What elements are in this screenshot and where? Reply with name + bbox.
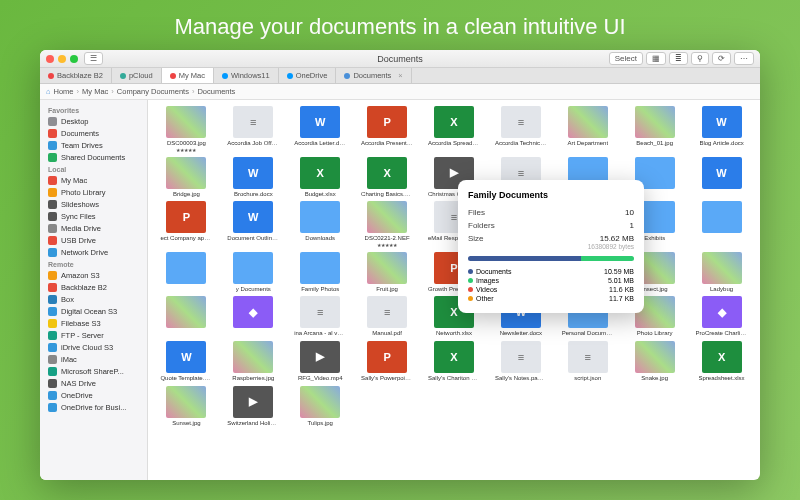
file-item[interactable]: Fruit.jpg	[357, 252, 418, 293]
file-thumbnail-icon: W	[702, 157, 742, 189]
sidebar-item-ftp-server[interactable]: FTP - Server	[40, 329, 147, 341]
home-icon[interactable]: ⌂	[46, 87, 51, 96]
file-item[interactable]: ≡script.json	[557, 341, 618, 382]
file-item[interactable]: Art Department	[557, 106, 618, 153]
file-item[interactable]: PAccordia Presentation.pptx	[357, 106, 418, 153]
file-thumbnail-icon	[166, 386, 206, 418]
view-grid-button[interactable]: ▦	[646, 52, 666, 65]
file-item[interactable]	[156, 296, 217, 337]
file-item[interactable]: Downloads	[290, 201, 351, 248]
file-item[interactable]: ▶RFG_Video.mp4	[290, 341, 351, 382]
file-item[interactable]: ≡ina Arcana - al v2.0.pdf	[290, 296, 351, 337]
view-list-button[interactable]: ≣	[669, 52, 688, 65]
file-item[interactable]: ≡Sally's Notes.pages	[490, 341, 551, 382]
chevron-right-icon: ›	[111, 87, 114, 96]
sidebar-item-shared-documents[interactable]: Shared Documents	[40, 151, 147, 163]
file-item[interactable]: WBrochure.docx	[223, 157, 284, 198]
breadcrumb: ⌂Home›My Mac›Company Documents›Documents	[40, 84, 760, 100]
sidebar-item-sync-files[interactable]: Sync Files	[40, 210, 147, 222]
file-item[interactable]: y Documents	[223, 252, 284, 293]
file-item[interactable]: Snake.jpg	[624, 341, 685, 382]
breadcrumb-item[interactable]: My Mac	[82, 87, 108, 96]
file-item[interactable]: XSpreadsheet.xlsx	[691, 341, 752, 382]
sidebar-toggle-button[interactable]: ☰	[84, 52, 103, 65]
file-item[interactable]: ◆	[223, 296, 284, 337]
tab-my-mac[interactable]: My Mac	[162, 68, 214, 83]
sidebar-item-usb-drive[interactable]: USB Drive	[40, 234, 147, 246]
file-item[interactable]: XAccordia Spreadsheet.xlsx	[424, 106, 485, 153]
sidebar-item-photo-library[interactable]: Photo Library	[40, 186, 147, 198]
tab-close-icon[interactable]: ×	[398, 71, 402, 80]
file-item[interactable]: WQuote Template.docx	[156, 341, 217, 382]
sidebar-item-icon	[48, 391, 57, 400]
file-item[interactable]: Raspberries.jpg	[223, 341, 284, 382]
breadcrumb-item[interactable]: Company Documents	[117, 87, 189, 96]
sidebar-item-icon	[48, 307, 57, 316]
file-item[interactable]: XSally's Chariton Business Plan	[424, 341, 485, 382]
file-item[interactable]: ≡Accordia Technical Manual.rtf	[490, 106, 551, 153]
file-item[interactable]: ▶Switzerland Holiday 2019.mov	[223, 386, 284, 427]
file-name: Family Photos	[301, 286, 339, 293]
sidebar-item-label: Digital Ocean S3	[61, 307, 117, 316]
tab-windows11[interactable]: Windows11	[214, 68, 279, 83]
file-item[interactable]: XBudget.xlsx	[290, 157, 351, 198]
file-item[interactable]: Sunset.jpg	[156, 386, 217, 427]
sidebar-item-onedrive-for-busi-[interactable]: OneDrive for Busi...	[40, 401, 147, 413]
tab-color-icon	[48, 73, 54, 79]
sidebar-item-desktop[interactable]: Desktop	[40, 115, 147, 127]
file-item[interactable]: W	[691, 157, 752, 198]
file-item[interactable]: ◆ProCreate Charlie_Chisel.brush	[691, 296, 752, 337]
file-item[interactable]: WDocument Outline.docx	[223, 201, 284, 248]
sidebar-item-network-drive[interactable]: Network Drive	[40, 246, 147, 258]
zoom-icon[interactable]	[70, 55, 78, 63]
breadcrumb-item[interactable]: Home	[54, 87, 74, 96]
filter-button[interactable]: ⚲	[691, 52, 709, 65]
file-item[interactable]: Beach_01.jpg	[624, 106, 685, 153]
sidebar-item-icon	[48, 176, 57, 185]
select-button[interactable]: Select	[609, 52, 643, 65]
file-item[interactable]: WAccordia Letter.docx	[290, 106, 351, 153]
file-item[interactable]: Family Photos	[290, 252, 351, 293]
file-item[interactable]	[156, 252, 217, 293]
more-button[interactable]: ⋯	[734, 52, 754, 65]
sidebar-item-box[interactable]: Box	[40, 293, 147, 305]
file-item[interactable]: Ladybug	[691, 252, 752, 293]
file-item[interactable]: Tulips.jpg	[290, 386, 351, 427]
file-item[interactable]: XCharting Basics.xlsx	[357, 157, 418, 198]
file-item[interactable]: Pect Company apetition.pptx	[156, 201, 217, 248]
file-item[interactable]: PSally's Powerpoint.pptx	[357, 341, 418, 382]
tab-label: Windows11	[231, 71, 270, 80]
file-item[interactable]: DSC00003.jpg★★★★★	[156, 106, 217, 153]
sidebar-item-idrive-cloud-s3[interactable]: iDrive Cloud S3	[40, 341, 147, 353]
sidebar-item-filebase-s3[interactable]: Filebase S3	[40, 317, 147, 329]
breadcrumb-item[interactable]: Documents	[197, 87, 235, 96]
sidebar-item-my-mac[interactable]: My Mac	[40, 174, 147, 186]
sidebar-item-label: Team Drives	[61, 141, 103, 150]
file-item[interactable]: ≡Accordia Job Offer.eml	[223, 106, 284, 153]
sidebar-item-imac[interactable]: iMac	[40, 353, 147, 365]
tab-documents[interactable]: Documents×	[336, 68, 411, 83]
sidebar-item-digital-ocean-s3[interactable]: Digital Ocean S3	[40, 305, 147, 317]
sidebar-item-backblaze-b2[interactable]: Backblaze B2	[40, 281, 147, 293]
file-item[interactable]	[691, 201, 752, 248]
sidebar-item-amazon-s3[interactable]: Amazon S3	[40, 269, 147, 281]
file-item[interactable]: WBlog Article.docx	[691, 106, 752, 153]
sidebar-item-documents[interactable]: Documents	[40, 127, 147, 139]
file-item[interactable]: ≡Manual.pdf	[357, 296, 418, 337]
sidebar-item-onedrive[interactable]: OneDrive	[40, 389, 147, 401]
file-item[interactable]: DSC0221-2.NEF★★★★★	[357, 201, 418, 248]
refresh-button[interactable]: ⟳	[712, 52, 731, 65]
sidebar-item-slideshows[interactable]: Slideshows	[40, 198, 147, 210]
file-thumbnail-icon: ≡	[501, 106, 541, 138]
sidebar-item-team-drives[interactable]: Team Drives	[40, 139, 147, 151]
sidebar-item-nas-drive[interactable]: NAS Drive	[40, 377, 147, 389]
sidebar-item-media-drive[interactable]: Media Drive	[40, 222, 147, 234]
minimize-icon[interactable]	[58, 55, 66, 63]
tab-onedrive[interactable]: OneDrive	[279, 68, 337, 83]
tab-backblaze-b2[interactable]: Backblaze B2	[40, 68, 112, 83]
close-icon[interactable]	[46, 55, 54, 63]
sidebar-item-microsoft-sharep-[interactable]: Microsoft ShareP...	[40, 365, 147, 377]
tab-color-icon	[170, 73, 176, 79]
tab-pcloud[interactable]: pCloud	[112, 68, 162, 83]
file-item[interactable]: Bridge.jpg	[156, 157, 217, 198]
